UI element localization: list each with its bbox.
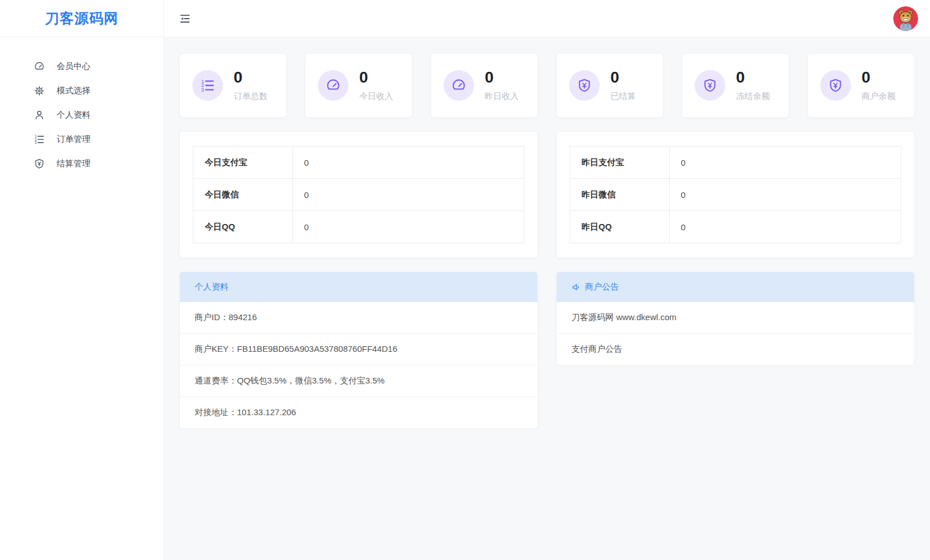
shield-yen-icon (569, 70, 600, 101)
today-stats-card: 今日支付宝 0 今日微信 0 今日QQ 0 (179, 131, 538, 258)
row-label: 今日支付宝 (193, 147, 293, 179)
stat-label: 冻结余额 (736, 91, 770, 102)
dashboard-icon (34, 61, 45, 72)
notice-row: 刀客源码网 www.dkewl.com (557, 302, 914, 333)
sidebar-item-label: 个人资料 (57, 110, 91, 120)
gear-icon (34, 85, 45, 96)
profile-panel-header: 个人资料 (180, 272, 537, 302)
today-stats-table: 今日支付宝 0 今日微信 0 今日QQ 0 (193, 146, 524, 243)
stat-label: 订单总数 (234, 91, 268, 102)
sidebar-item-label: 会员中心 (57, 61, 91, 72)
sidebar-item-mode-select[interactable]: 模式选择 (0, 79, 163, 103)
user-avatar[interactable] (893, 6, 918, 31)
stat-card-frozen-balance: 0 冻结余额 (682, 53, 789, 118)
row-value: 0 (669, 179, 901, 211)
table-row: 今日微信 0 (193, 179, 524, 211)
row-value: 0 (292, 211, 524, 243)
api-address-row: 对接地址：101.33.127.206 (180, 397, 537, 428)
sidebar-item-member-center[interactable]: 会员中心 (0, 54, 163, 79)
yesterday-stats-card: 昨日支付宝 0 昨日微信 0 昨日QQ 0 (556, 131, 915, 258)
ordered-list-icon: 1 2 3 (34, 134, 45, 145)
shield-yen-icon (820, 70, 851, 101)
sidebar-item-label: 模式选择 (57, 85, 91, 96)
row-value: 0 (292, 179, 524, 211)
main-content: 1 2 3 0 订单总数 0 今日收入 (164, 37, 930, 560)
stat-card-total-orders: 1 2 3 0 订单总数 (179, 53, 287, 118)
sidebar-nav: 会员中心 (0, 37, 163, 176)
stat-label: 今日收入 (359, 91, 393, 102)
sidebar: 刀客源码网 会员中心 (0, 0, 164, 560)
table-row: 昨日支付宝 0 (570, 147, 901, 179)
topbar (164, 0, 930, 37)
ordered-list-icon: 1 2 3 (192, 70, 223, 101)
row-value: 0 (292, 147, 524, 179)
sidebar-item-settlement[interactable]: 结算管理 (0, 152, 163, 176)
app-logo: 刀客源码网 (0, 0, 163, 37)
stat-label: 已结算 (610, 91, 636, 102)
shield-yen-icon (34, 158, 45, 169)
stat-value: 0 (862, 70, 895, 85)
stat-card-merchant-balance: 0 商户余额 (807, 53, 915, 118)
svg-text:3: 3 (201, 87, 204, 93)
row-value: 0 (669, 211, 901, 243)
panel-title: 个人资料 (195, 282, 229, 292)
dashboard-icon (444, 70, 474, 101)
content-column: 1 2 3 0 订单总数 0 今日收入 (164, 0, 930, 560)
table-row: 昨日QQ 0 (570, 211, 901, 243)
info-panels-row: 个人资料 商户ID：894216 商户KEY：FB11BE9BD65A903A5… (179, 272, 915, 429)
row-label: 昨日微信 (570, 179, 670, 211)
row-value: 0 (669, 147, 901, 179)
stat-value: 0 (359, 70, 393, 85)
stat-cards-row: 1 2 3 0 订单总数 0 今日收入 (179, 53, 915, 118)
profile-panel: 个人资料 商户ID：894216 商户KEY：FB11BE9BD65A903A5… (179, 272, 538, 429)
sidebar-item-label: 结算管理 (57, 158, 91, 169)
channel-rate-row: 通道费率：QQ钱包3.5%，微信3.5%，支付宝3.5% (180, 365, 537, 397)
notice-panel: 商户公告 刀客源码网 www.dkewl.com 支付商户公告 (556, 272, 915, 365)
table-row: 昨日微信 0 (570, 179, 901, 211)
stat-label: 商户余额 (862, 91, 895, 102)
shield-yen-icon (695, 70, 725, 101)
table-row: 今日QQ 0 (193, 211, 524, 243)
merchant-key-row: 商户KEY：FB11BE9BD65A903A537808760FF44D16 (180, 333, 537, 365)
notice-row: 支付商户公告 (557, 333, 914, 365)
yesterday-stats-table: 昨日支付宝 0 昨日微信 0 昨日QQ 0 (570, 146, 901, 243)
row-label: 昨日支付宝 (570, 147, 670, 179)
dashboard-icon (318, 70, 348, 101)
user-icon (34, 110, 45, 120)
stat-value: 0 (610, 70, 636, 85)
sidebar-item-label: 订单管理 (57, 134, 91, 145)
sidebar-collapse-button[interactable] (179, 12, 191, 25)
speaker-icon (571, 282, 581, 292)
table-row: 今日支付宝 0 (193, 147, 524, 179)
sidebar-item-profile[interactable]: 个人资料 (0, 103, 163, 127)
stat-card-yesterday-income: 0 昨日收入 (430, 53, 538, 118)
stat-value: 0 (234, 70, 268, 85)
merchant-id-row: 商户ID：894216 (180, 302, 537, 333)
daily-tables-row: 今日支付宝 0 今日微信 0 今日QQ 0 (179, 131, 915, 258)
stat-value: 0 (485, 70, 519, 85)
sidebar-item-orders[interactable]: 1 2 3 订单管理 (0, 127, 163, 152)
stat-label: 昨日收入 (485, 91, 519, 102)
stat-card-settled: 0 已结算 (556, 53, 664, 118)
stat-card-today-income: 0 今日收入 (305, 53, 412, 118)
stat-value: 0 (736, 70, 770, 85)
row-label: 昨日QQ (570, 211, 670, 243)
svg-text:3: 3 (35, 140, 37, 144)
row-label: 今日QQ (193, 211, 293, 243)
panel-title: 商户公告 (585, 282, 619, 292)
notice-panel-header: 商户公告 (557, 272, 914, 302)
row-label: 今日微信 (193, 179, 293, 211)
